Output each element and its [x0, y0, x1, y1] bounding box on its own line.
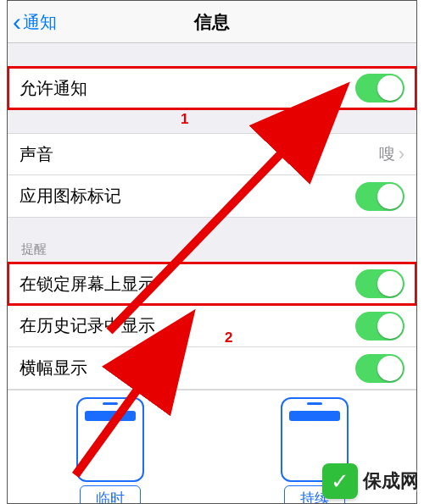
group-allow: 允许通知 [8, 67, 416, 109]
row-label: 在锁定屏幕上显示 [20, 273, 355, 296]
row-lockscreen[interactable]: 在锁定屏幕上显示 [8, 263, 416, 305]
annotation-number-1: 1 [181, 111, 188, 128]
preview-temporary[interactable]: 临时 [51, 397, 170, 504]
row-sound[interactable]: 声音 嗖 › [8, 133, 416, 175]
page-title: 信息 [194, 10, 230, 34]
watermark-text: 保成网 [363, 468, 419, 494]
row-banner[interactable]: 横幅显示 [8, 347, 416, 390]
group-header: 提醒 [8, 241, 416, 263]
row-label: 声音 [20, 143, 379, 166]
row-label: 横幅显示 [20, 357, 355, 379]
toggle-allow[interactable] [355, 74, 404, 102]
navbar: ‹ 通知 信息 [8, 1, 416, 43]
toggle-lockscreen[interactable] [355, 269, 404, 298]
phone-icon [76, 397, 144, 482]
watermark-badge-icon: ✓ [322, 463, 358, 499]
row-label: 允许通知 [20, 77, 355, 100]
preview-label: 临时 [80, 485, 141, 504]
row-label: 应用图标标记 [20, 185, 355, 208]
settings-screen: ‹ 通知 信息 允许通知 声音 嗖 › 应用图标标记 提醒 在锁定屏幕上显示 在… [7, 0, 417, 504]
sound-value: 嗖 [379, 143, 395, 165]
toggle-badge[interactable] [355, 182, 404, 211]
check-icon: ✓ [331, 468, 349, 495]
row-history[interactable]: 在历史记录中显示 [8, 305, 416, 347]
chevron-left-icon: ‹ [13, 9, 21, 35]
back-button[interactable]: ‹ 通知 [13, 1, 57, 43]
row-badge[interactable]: 应用图标标记 [8, 175, 416, 218]
toggle-history[interactable] [355, 312, 404, 341]
group-sound: 声音 嗖 › 应用图标标记 [8, 133, 416, 218]
back-label: 通知 [23, 11, 57, 34]
chevron-right-icon: › [399, 143, 404, 165]
watermark: ✓ 保成网 [322, 463, 419, 499]
toggle-banner[interactable] [355, 354, 404, 383]
row-allow-notifications[interactable]: 允许通知 [8, 67, 416, 109]
row-label: 在历史记录中显示 [20, 314, 355, 337]
